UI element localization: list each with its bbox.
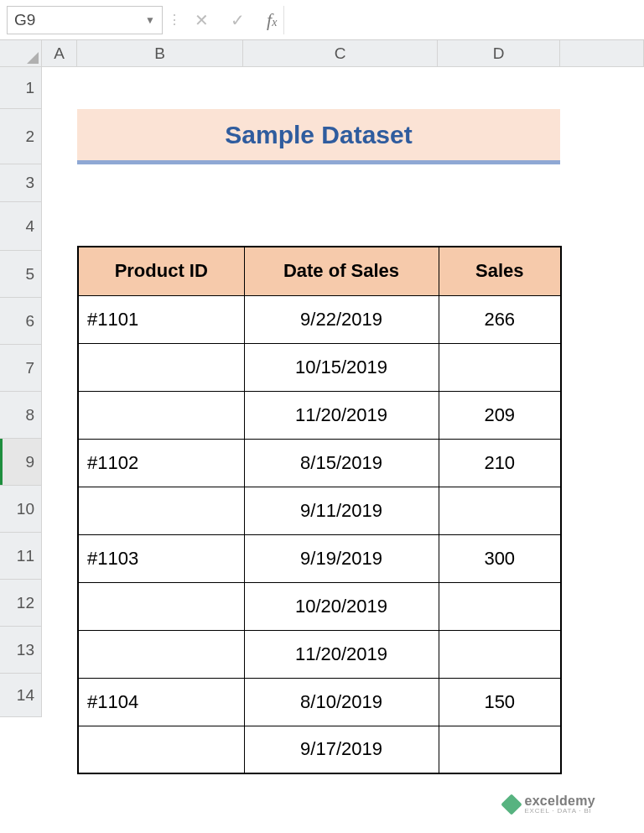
cell-product-id[interactable] (78, 343, 244, 391)
fx-icon[interactable]: fx (267, 9, 277, 31)
table-row: 10/20/2019 (78, 582, 561, 630)
row-header[interactable]: 7 (0, 345, 42, 392)
column-headers: A B C D (0, 40, 644, 67)
cell-product-id[interactable]: #1101 (78, 295, 244, 343)
col-header-date[interactable]: Date of Sales (244, 247, 439, 295)
cell-product-id[interactable] (78, 726, 244, 773)
row-header[interactable]: 4 (0, 202, 42, 251)
cell-date[interactable]: 9/22/2019 (244, 295, 439, 343)
cell-product-id[interactable] (78, 391, 244, 439)
row-header[interactable]: 12 (0, 580, 42, 627)
row-header[interactable]: 10 (0, 486, 42, 533)
cell-date[interactable]: 9/19/2019 (244, 534, 439, 582)
watermark-text: exceldemy EXCEL · DATA · BI (524, 794, 595, 815)
col-header-D[interactable]: D (438, 40, 560, 66)
cell-sales[interactable] (439, 582, 561, 630)
formula-bar-icons: ✕ ✓ fx (186, 9, 277, 31)
cell-sales[interactable]: 266 (439, 295, 561, 343)
formula-input[interactable] (283, 6, 637, 34)
col-header-sales[interactable]: Sales (439, 247, 561, 295)
name-box-value: G9 (14, 11, 145, 29)
name-box[interactable]: G9 ▼ (7, 6, 163, 34)
cell-product-id[interactable]: #1104 (78, 678, 244, 726)
cell-date[interactable]: 11/20/2019 (244, 391, 439, 439)
table-row: 9/11/2019 (78, 487, 561, 534)
cancel-icon: ✕ (195, 10, 209, 30)
cell-date[interactable]: 11/20/2019 (244, 630, 439, 678)
cell-sales[interactable]: 300 (439, 534, 561, 582)
row-header[interactable]: 1 (0, 67, 42, 109)
page-title[interactable]: Sample Dataset (77, 109, 560, 164)
cell-product-id[interactable]: #1102 (78, 439, 244, 487)
cell-date[interactable]: 10/15/2019 (244, 343, 439, 391)
col-header-empty[interactable] (560, 40, 644, 66)
row-header-selected[interactable]: 9 (0, 439, 42, 486)
row-header[interactable]: 11 (0, 533, 42, 580)
table-row: 9/17/2019 (78, 726, 561, 773)
row-header[interactable]: 14 (0, 674, 42, 717)
row-header[interactable]: 8 (0, 392, 42, 439)
cell-product-id[interactable]: #1103 (78, 534, 244, 582)
cell-sales[interactable]: 209 (439, 391, 561, 439)
divider: ⋮ (169, 6, 179, 34)
table-row: 11/20/2019209 (78, 391, 561, 439)
chevron-down-icon[interactable]: ▼ (145, 14, 155, 26)
table-row: #11039/19/2019300 (78, 534, 561, 582)
table-row: #11048/10/2019150 (78, 678, 561, 726)
formula-bar: G9 ▼ ⋮ ✕ ✓ fx (0, 0, 644, 40)
cell-product-id[interactable] (78, 582, 244, 630)
watermark-tag: EXCEL · DATA · BI (524, 808, 595, 815)
cell-date[interactable]: 8/15/2019 (244, 439, 439, 487)
cell-product-id[interactable] (78, 487, 244, 534)
cell-sales[interactable]: 210 (439, 439, 561, 487)
table-row: #11028/15/2019210 (78, 439, 561, 487)
confirm-icon: ✓ (231, 10, 245, 30)
row-header[interactable]: 5 (0, 251, 42, 298)
cell-sales[interactable] (439, 630, 561, 678)
row-header[interactable]: 2 (0, 109, 42, 164)
col-header-C[interactable]: C (243, 40, 438, 66)
logo-icon (501, 794, 522, 815)
cell-sales[interactable] (439, 726, 561, 773)
cell-sales[interactable] (439, 487, 561, 534)
cell-product-id[interactable] (78, 630, 244, 678)
table-row: 10/15/2019 (78, 343, 561, 391)
cell-date[interactable]: 8/10/2019 (244, 678, 439, 726)
data-table: Product ID Date of Sales Sales #11019/22… (77, 246, 562, 774)
row-header[interactable]: 3 (0, 164, 42, 202)
select-all-corner[interactable] (0, 40, 42, 66)
table-row: #11019/22/2019266 (78, 295, 561, 343)
table-row: 11/20/2019 (78, 630, 561, 678)
watermark-name: exceldemy (524, 794, 595, 808)
table-header-row: Product ID Date of Sales Sales (78, 247, 561, 295)
cell-date[interactable]: 10/20/2019 (244, 582, 439, 630)
watermark: exceldemy EXCEL · DATA · BI (504, 794, 595, 815)
cell-date[interactable]: 9/17/2019 (244, 726, 439, 773)
cell-date[interactable]: 9/11/2019 (244, 487, 439, 534)
col-header-B[interactable]: B (77, 40, 243, 66)
row-header[interactable]: 13 (0, 627, 42, 674)
cell-sales[interactable] (439, 343, 561, 391)
row-header[interactable]: 6 (0, 298, 42, 345)
col-header-A[interactable]: A (42, 40, 77, 66)
col-header-product-id[interactable]: Product ID (78, 247, 244, 295)
cell-sales[interactable]: 150 (439, 678, 561, 726)
